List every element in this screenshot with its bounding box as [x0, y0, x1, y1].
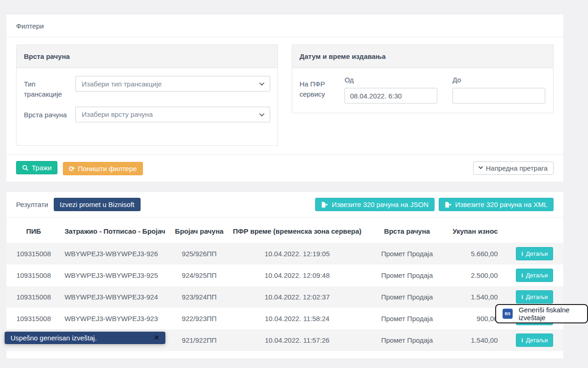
export-json-label: Извезите 320 рачуна на JSON [332, 201, 428, 208]
cell-time: 10.04.2022. 12:19:05 [229, 243, 365, 264]
cell-counter: 922/923ПП [169, 308, 229, 329]
transaction-type-select[interactable]: Изабери тип трансакције [75, 76, 270, 92]
cell-time: 10.04.2022. 12:02:37 [229, 286, 365, 308]
chevron-down-icon [259, 80, 264, 86]
cell-pib: 109315008 [6, 264, 61, 286]
cell-type: Промет Продаја [365, 264, 449, 286]
col-header-pib: ПИБ [6, 218, 61, 243]
search-button[interactable]: Тражи [16, 161, 57, 174]
file-export-icon [445, 201, 452, 208]
cell-type: Промет Продаја [365, 308, 449, 329]
date-panel-title: Датум и време издавања [292, 45, 553, 68]
cell-type: Промет Продаја [365, 286, 449, 308]
table-row: 109315008 WBYWPEJ3-WBYWPEJ3-926 925/926П… [6, 243, 563, 264]
close-icon[interactable]: ✕ [153, 334, 159, 342]
cell-time: 10.04.2022. 11:57:26 [229, 329, 365, 351]
results-title: Резултати [16, 201, 48, 208]
cell-counter: 921/922ПП [169, 329, 229, 351]
results-table: ПИБ Затражио - Потписао - Бројач Бројач … [6, 218, 563, 351]
cell-pib: 109315008 [6, 243, 61, 264]
invoice-type-panel: Врста рачуна Тип трансакције Изабери тип… [16, 45, 278, 146]
info-icon: i [521, 250, 523, 257]
col-header-amount: Укупан износ [449, 218, 506, 243]
table-header-row: ПИБ Затражио - Потписао - Бројач Бројач … [6, 218, 563, 243]
invoice-type-label: Врста рачуна [24, 107, 70, 122]
table-row: 109315008 WBYWPEJ3-WBYWPEJ3-923 922/923П… [6, 308, 563, 329]
biznisoft-export-button[interactable]: Izvezi promet u Biznisoft [54, 198, 141, 211]
cell-signer: WBYWPEJ3-WBYWPEJ3-926 [61, 243, 169, 264]
info-icon: i [521, 293, 523, 300]
file-export-icon [321, 201, 328, 208]
cell-counter: 925/926ПП [169, 243, 229, 264]
date-to-label: До [452, 76, 545, 84]
transaction-type-label: Тип трансакције [24, 76, 70, 99]
cell-amount: 1.540,00 [449, 329, 506, 351]
advanced-search-button[interactable]: Напредна претрага [473, 161, 554, 175]
details-button[interactable]: iДетаљи [516, 334, 553, 347]
pfr-service-label: На ПФР сервису [300, 76, 345, 104]
invoice-type-select[interactable]: Изабери врсту рачуна [75, 107, 270, 122]
cell-signer: WBYWPEJ3-WBYWPEJ3-923 [61, 308, 169, 329]
date-panel: Датум и време издавања На ПФР сервису Од… [292, 45, 554, 113]
cell-signer: WBYWPEJ3-WBYWPEJ3-925 [61, 264, 169, 286]
col-header-time: ПФР време (временска зона сервера) [229, 218, 365, 243]
export-json-button[interactable]: Извезите 320 рачуна на JSON [315, 198, 434, 211]
col-header-actions [506, 218, 564, 243]
generate-fiscal-reports-button[interactable]: BS Generiši fiskalne izveštaje [495, 304, 588, 323]
chevron-down-icon [259, 111, 264, 116]
export-xml-button[interactable]: Извезите 320 рачуна на XML [439, 198, 554, 211]
cell-type: Промет Продаја [365, 329, 449, 351]
search-button-label: Тражи [32, 164, 51, 172]
refresh-icon: ⟳ [69, 165, 75, 173]
invoice-type-panel-title: Врста рачуна [17, 45, 277, 68]
cell-type: Промет Продаја [365, 243, 449, 264]
cell-counter: 923/924ПП [169, 286, 229, 308]
details-button[interactable]: iДетаљи [516, 290, 553, 304]
cell-time: 10.04.2022. 11:58:24 [229, 308, 365, 329]
toast-notification: Uspešno generisan izveštaj. ✕ [5, 332, 165, 344]
filters-title: Филтери [6, 14, 563, 37]
cell-signer: WBYWPEJ3-WBYWPEJ3-924 [61, 286, 169, 308]
toast-message: Uspešno generisan izveštaj. [11, 334, 97, 342]
results-header: Резултати Izvezi promet u Biznisoft Изве… [6, 192, 563, 218]
table-row: 109315008 WBYWPEJ3-WBYWPEJ3-924 923/924П… [6, 286, 563, 308]
date-from-input[interactable] [345, 88, 437, 104]
cell-amount: 5.660,00 [449, 243, 506, 264]
date-from-label: Од [345, 76, 437, 84]
filters-card: Филтери Врста рачуна Тип трансакције Иза… [6, 14, 563, 182]
filters-body: Врста рачуна Тип трансакције Изабери тип… [6, 37, 563, 150]
invoice-type-placeholder: Изабери врсту рачуна [82, 110, 153, 118]
advanced-search-label: Напредна претрага [486, 164, 548, 172]
col-header-signer: Затражио - Потписао - Бројач [61, 218, 169, 243]
table-row: 109315008 WBYWPEJ3-WBYWPEJ3-925 924/925П… [6, 264, 563, 286]
reset-filters-label: Поништи филтере [78, 165, 136, 172]
bs-badge-icon: BS [503, 309, 513, 319]
cell-amount: 2.500,00 [449, 264, 506, 286]
generate-fiscal-reports-label: Generiši fiskalne izveštaje [519, 306, 581, 322]
search-icon [22, 165, 28, 171]
reset-filters-button[interactable]: ⟳ Поништи филтере [63, 162, 143, 175]
filters-footer: Тражи ⟳ Поништи филтере Напредна претраг… [6, 154, 563, 182]
col-header-type: Врста рачуна [365, 218, 449, 243]
info-icon: i [521, 337, 523, 344]
cell-time: 10.04.2022. 12:09:48 [229, 264, 365, 286]
date-to-input[interactable] [452, 88, 545, 104]
col-header-counter: Бројач рачуна [169, 218, 229, 243]
export-xml-label: Извезите 320 рачуна на XML [455, 201, 548, 208]
transaction-type-placeholder: Изабери тип трансакције [82, 80, 162, 88]
cell-counter: 924/925ПП [169, 264, 229, 286]
cell-pib: 109315008 [6, 308, 61, 329]
details-button[interactable]: iДетаљи [516, 269, 553, 282]
chevron-down-icon [479, 165, 483, 169]
info-icon: i [521, 272, 523, 279]
cell-pib: 109315008 [6, 286, 61, 308]
details-button[interactable]: iДетаљи [516, 247, 553, 260]
